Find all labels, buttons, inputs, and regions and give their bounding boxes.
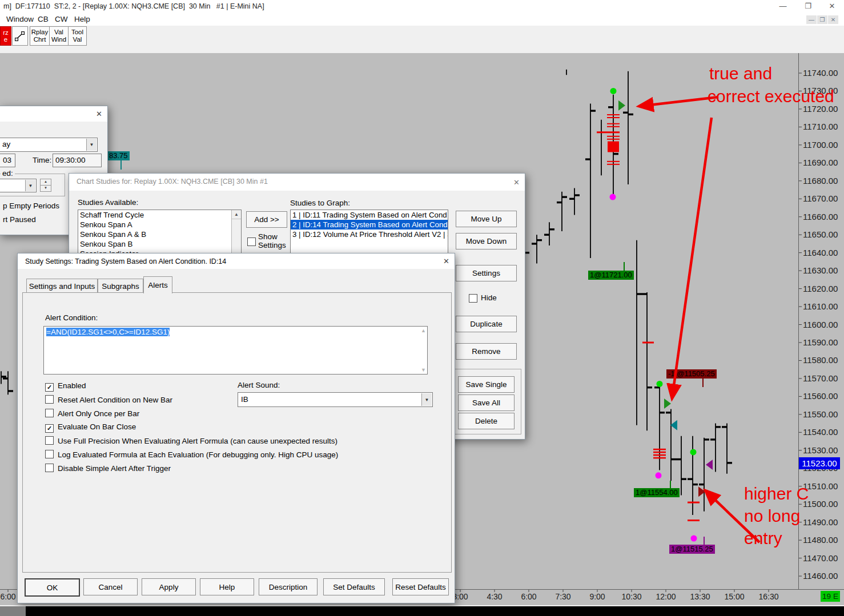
replay-close-icon[interactable]: ✕ [96,110,102,118]
price-tick-label: 11490.00 [803,517,838,527]
time-tick-label: 4:30 [481,592,508,601]
minimize-icon[interactable]: — [774,2,791,10]
cancel-button[interactable]: Cancel [83,578,138,595]
price-tick-label: 11530.00 [803,445,838,455]
study-list-item[interactable]: Schaff Trend Cycle [78,210,232,220]
menu-help[interactable]: Help [74,15,90,23]
replay-chart-button[interactable]: RplayChrt [30,26,50,46]
show-settings-checkbox[interactable] [247,237,256,246]
graph-list-item[interactable]: 3 | ID:12 Volume At Price Threshold Aler… [291,230,448,239]
add-study-button[interactable]: Add >> [246,211,287,228]
graph-list-item[interactable]: 2 | ID:14 Trading System Based on Alert … [291,220,448,230]
value-window-button[interactable]: ValWind [49,26,69,46]
spin-down-icon[interactable]: ▼ [40,185,51,192]
chart-studies-close-icon[interactable]: ✕ [513,178,520,187]
duplicate-button[interactable]: Duplicate [456,316,517,332]
study-list-item[interactable]: Senkou Span A & B [78,230,232,239]
replay-dialog-titlebar[interactable]: ✕ [0,106,107,122]
ok-button[interactable]: OK [25,578,80,597]
save-all-button[interactable]: Save All [458,394,515,411]
mdi-close-icon[interactable]: ✕ [828,15,838,24]
price-tick-label: 11570.00 [803,373,838,383]
alert-option-reset-alert-condition-on[interactable]: Reset Alert Condition on New Bar [45,395,172,404]
price-tick-label: 11660.00 [803,212,838,222]
start-paused-option[interactable]: rt Paused [3,215,36,224]
alert-option-alert-only-once-per[interactable]: Alert Only Once per Bar [45,409,139,418]
tab-subgraphs[interactable]: Subgraphs [98,279,143,293]
checkbox-icon[interactable] [45,450,54,458]
studies-to-graph-label: Studies to Graph: [290,199,350,207]
scroll-up-icon[interactable]: ▲ [232,210,241,219]
replay-speed-combobox[interactable]: ▼ [0,179,37,192]
menu-cw[interactable]: CW [55,15,68,23]
reset-defaults-button[interactable]: Reset Defaults [392,578,449,595]
time-tick-label: 13:30 [686,592,714,601]
checkbox-icon[interactable]: ✓ [45,383,54,392]
alert-condition-input[interactable]: =AND(ID12.SG1<>0,C>=ID12.SG1) ▲ ▼ [43,326,428,375]
move-up-button[interactable]: Move Up [456,211,517,227]
mdi-minimize-icon[interactable]: — [806,15,817,24]
checkbox-icon[interactable] [45,464,54,472]
checkbox-icon[interactable] [45,395,54,404]
replay-time-field[interactable]: 09:30:00 [53,154,102,167]
alert-option-enabled[interactable]: ✓Enabled [45,381,86,392]
mdi-restore-icon[interactable]: ❐ [817,15,827,24]
replay-date-field[interactable]: 03 [0,154,15,167]
menu-cb[interactable]: CB [38,15,49,23]
tool-values-label: ToolVal [71,29,83,43]
settings-button[interactable]: Settings [456,265,517,281]
checkbox-icon[interactable] [45,436,54,445]
alert-option-use-full-precision-when[interactable]: Use Full Precision When Evaluating Alert… [45,436,337,445]
time-tick-label: 9:00 [584,592,611,601]
close-icon[interactable]: ✕ [823,2,841,10]
replay-speed-spinner[interactable]: ▲ ▼ [40,179,51,191]
price-tick-label: 11470.00 [803,553,838,563]
scroll-up-icon[interactable]: ▲ [421,328,426,333]
remove-button[interactable]: Remove [456,343,517,360]
toolbar-red-tool-button[interactable]: rze [0,26,11,46]
study-list-item[interactable]: Senkou Span B [78,239,232,249]
help-button[interactable]: Help [200,578,254,595]
replay-chart-label: RplayChrt [31,29,48,43]
trade-fill-label: 83.75 [107,151,130,160]
hide-study-checkbox[interactable] [469,294,477,303]
checkbox-icon[interactable]: ✓ [45,424,54,433]
price-tick-label: 11540.00 [803,427,838,437]
time-tick-label: 6:00 [515,592,542,601]
replay-time-value: 09:30:00 [55,156,86,164]
restore-icon[interactable]: ❐ [799,2,817,10]
alert-sound-combobox[interactable]: IB ▼ [238,392,433,407]
chart-studies-title: Chart Studies for: Replay 1.00X: NQH3.CM… [77,178,268,186]
description-button[interactable]: Description [259,578,317,595]
save-single-button[interactable]: Save Single [458,376,515,393]
skip-empty-periods-option[interactable]: p Empty Periods [3,202,59,210]
alert-option-evaluate-on-bar-close[interactable]: ✓Evaluate On Bar Close [45,422,136,433]
study-list-item[interactable]: Senkou Span A [78,220,232,230]
chart-studies-titlebar[interactable]: Chart Studies for: Replay 1.00X: NQH3.CM… [69,174,525,191]
combo-arrow-icon[interactable]: ▼ [421,393,432,406]
annotation-text: higher C [744,484,809,504]
tool-values-button[interactable]: ToolVal [68,26,87,46]
study-settings-close-icon[interactable]: ✕ [443,257,449,265]
graph-list-item[interactable]: 1 | ID:11 Trading System Based on Alert … [291,210,448,220]
delete-button[interactable]: Delete [458,413,515,429]
set-defaults-button[interactable]: Set Defaults [323,578,385,595]
tab-settings-and-inputs[interactable]: Settings and Inputs [26,279,98,293]
price-tick-label: 11580.00 [803,355,838,365]
scroll-down-icon[interactable]: ▼ [421,367,426,373]
alert-option-log-evaluated-formula-at[interactable]: Log Evaluated Formula at Each Evaluation… [45,450,338,459]
price-tick-label: 11480.00 [803,535,838,545]
apply-button[interactable]: Apply [142,578,196,595]
trendline-tool-button[interactable] [12,26,28,46]
replay-mode-combobox[interactable]: ay ▼ [0,138,98,152]
alert-option-disable-simple-alert-after[interactable]: Disable Simple Alert After Trigger [45,464,171,473]
menu-bar: Window CB CW Help — ❐ ✕ [0,14,844,26]
combo-arrow-icon[interactable]: ▼ [86,139,97,151]
move-down-button[interactable]: Move Down [456,233,517,249]
study-settings-titlebar[interactable]: Study Settings: Trading System Based on … [18,253,455,269]
checkbox-icon[interactable] [45,409,54,417]
tab-alerts[interactable]: Alerts [143,276,172,293]
menu-window[interactable]: Window [6,15,34,23]
combo-arrow-icon[interactable]: ▼ [25,180,35,191]
trade-fill-label: -1 @11505.25 [666,369,717,379]
